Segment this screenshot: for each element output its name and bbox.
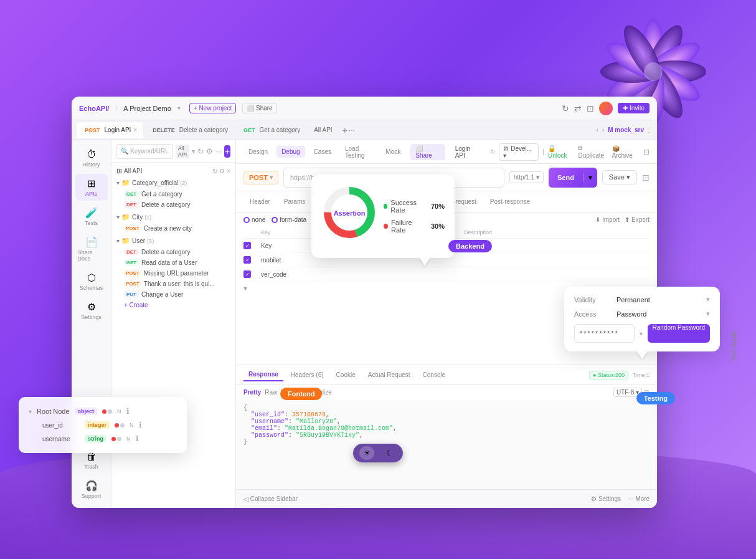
password-input[interactable]: **********: [574, 324, 635, 343]
refresh-list-icon[interactable]: ↻: [197, 147, 204, 156]
resp-tab-console[interactable]: Console: [418, 369, 451, 381]
radio-form-data[interactable]: form-data: [272, 216, 306, 223]
collapse-sidebar-button[interactable]: ◁ Collapse Sidebar: [243, 495, 298, 502]
sun-icon: ☀: [364, 449, 371, 457]
project-name[interactable]: A Project Demo: [123, 105, 171, 112]
all-chevron-icon[interactable]: ▾: [192, 148, 195, 155]
tab-post-response[interactable]: Post-response: [484, 196, 536, 208]
password-chevron-icon[interactable]: ▾: [640, 330, 643, 337]
sync-icon[interactable]: ⇄: [574, 103, 582, 113]
row-checkbox[interactable]: [243, 270, 251, 278]
url-method-select[interactable]: POST ▾: [243, 171, 278, 184]
access-chevron-icon[interactable]: ▾: [706, 310, 710, 318]
resp-tab-headers[interactable]: Headers (6): [286, 369, 329, 381]
sidebar-item-support[interactable]: 🎧 Support: [75, 476, 108, 503]
validity-card: Validity Permanent ▾ Access Password ▾ *…: [564, 287, 720, 351]
http-version-select[interactable]: http/1.1 ▾: [509, 171, 544, 183]
duplicate-button[interactable]: ⧉ Duplicate: [578, 145, 608, 159]
invite-button[interactable]: ✚ Invite: [618, 103, 650, 113]
more-list-icon[interactable]: ···: [215, 147, 222, 156]
window-icon[interactable]: ⊡: [587, 103, 594, 113]
sidebar-item-share-docs[interactable]: 📄 Share Docs: [75, 232, 108, 265]
section-header-category[interactable]: ▾ 📁 Category_official (2): [111, 177, 235, 189]
api-item-delete-category[interactable]: DET Delete a category: [111, 199, 235, 210]
nav-left-icon[interactable]: ‹: [597, 127, 598, 133]
section-header-user[interactable]: ▾ 📁 User (5): [111, 235, 235, 247]
send-dropdown-icon[interactable]: ▾: [583, 173, 597, 182]
dark-mode-button[interactable]: ☾: [382, 446, 397, 460]
all-api-header[interactable]: ⊞ All API ↻ ⚙ ×: [111, 165, 235, 177]
view-tab-pretty[interactable]: Pretty: [243, 389, 261, 396]
tab-load-testing[interactable]: Load Testing: [340, 143, 377, 161]
share-button[interactable]: ⬜ Share: [242, 103, 276, 113]
tab-design[interactable]: Design: [243, 146, 273, 158]
resp-tab-response[interactable]: Response: [243, 368, 283, 381]
section-count: (2): [180, 180, 187, 186]
api-item-create-city[interactable]: POST Create a new city: [111, 223, 235, 234]
new-project-button[interactable]: + New project: [189, 103, 236, 113]
mock-more-icon[interactable]: ⋮: [646, 127, 652, 133]
share-api-button[interactable]: ⬜ Share: [410, 144, 445, 160]
api-item-read-user[interactable]: GET Read data of a User: [111, 257, 235, 268]
validity-chevron-icon[interactable]: ▾: [706, 295, 710, 303]
tab-close-icon[interactable]: ×: [133, 127, 137, 133]
settings-icon[interactable]: ⚙: [219, 168, 225, 174]
env-button[interactable]: ⚙ Devel... ▾: [499, 143, 539, 161]
import-button[interactable]: ⬇ Import: [595, 216, 620, 223]
project-chevron[interactable]: ▾: [177, 105, 181, 112]
tab-debug[interactable]: Debug: [276, 146, 305, 158]
api-item-missing-url[interactable]: POST Missing URL parameter: [111, 268, 235, 279]
more-options-icon[interactable]: ⊡: [643, 148, 650, 156]
row-checkbox[interactable]: [243, 242, 251, 249]
unlock-button[interactable]: 🔓 Unlock: [548, 145, 574, 159]
sidebar-item-settings[interactable]: ⚙ Settings: [75, 297, 108, 324]
avatar[interactable]: [599, 102, 613, 115]
settings-list-icon[interactable]: ⚙: [206, 147, 213, 156]
nav-right-icon[interactable]: ›: [602, 127, 604, 133]
api-item-thank-user[interactable]: POST Thank a user: this is qui...: [111, 279, 235, 289]
export-button[interactable]: ⬆ Export: [625, 216, 650, 223]
tab-delete-category[interactable]: DELETE Delete a category: [144, 122, 234, 138]
sidebar-item-apis[interactable]: ⊞ APIs: [75, 174, 108, 201]
sidebar-item-tests[interactable]: 🧪 Tests: [75, 203, 108, 230]
sidebar-item-history[interactable]: ⏱ History: [75, 145, 108, 171]
api-item-get-category[interactable]: GET Get a category: [111, 189, 235, 199]
tab-get-category[interactable]: GET Get a category: [235, 122, 306, 138]
tab-cases[interactable]: Cases: [309, 146, 336, 158]
tab-header[interactable]: Header: [243, 196, 276, 208]
json-value-username: "Mallory28": [296, 418, 337, 425]
tab-login-api[interactable]: POST Login API ×: [77, 122, 143, 138]
api-item-delete-user-category[interactable]: DET Delete a category: [111, 247, 235, 257]
row-checkbox[interactable]: [243, 256, 251, 264]
section-count: (5): [147, 238, 154, 244]
all-badge[interactable]: All API: [176, 145, 190, 158]
tab-params[interactable]: Params: [278, 196, 311, 208]
radio-none[interactable]: none: [243, 216, 265, 223]
close-icon[interactable]: ×: [227, 168, 230, 174]
tab-all-api[interactable]: All API: [308, 122, 338, 138]
more-bottom-button[interactable]: ··· More: [628, 495, 650, 502]
send-button[interactable]: Send: [549, 168, 583, 188]
section-header-city[interactable]: ▾ 📁 City (1): [111, 211, 235, 223]
resp-tab-actual-request[interactable]: Actual Request: [363, 369, 415, 381]
archive-button[interactable]: 📦 Archive: [612, 145, 640, 159]
light-mode-button[interactable]: ☀: [359, 446, 374, 460]
save-button[interactable]: Save ▾: [602, 170, 637, 184]
refresh-icon[interactable]: ↻: [212, 168, 217, 174]
svg-point-12: [644, 62, 663, 81]
create-item-button[interactable]: + Create: [111, 300, 235, 310]
random-password-button[interactable]: Random Password: [648, 324, 710, 343]
expand-icon[interactable]: ⊡: [642, 173, 650, 183]
add-api-button[interactable]: +: [224, 145, 230, 158]
more-tabs-button[interactable]: ···: [349, 126, 355, 135]
tab-mock[interactable]: Mock: [380, 146, 405, 158]
resp-tab-cookie[interactable]: Cookie: [331, 369, 361, 381]
view-tab-raw[interactable]: Raw: [265, 389, 277, 396]
refresh-icon[interactable]: ↻: [490, 148, 495, 155]
settings-bottom-button[interactable]: ⚙ Settings: [591, 495, 621, 502]
search-input-wrap[interactable]: 🔍 Keyword/URL: [116, 144, 173, 159]
add-tab-button[interactable]: +: [343, 125, 347, 135]
sidebar-item-schemas[interactable]: ⬡ Schemas: [75, 268, 108, 295]
refresh-icon[interactable]: ↻: [562, 103, 569, 113]
api-item-change-user[interactable]: PUT Change a User: [111, 289, 235, 300]
